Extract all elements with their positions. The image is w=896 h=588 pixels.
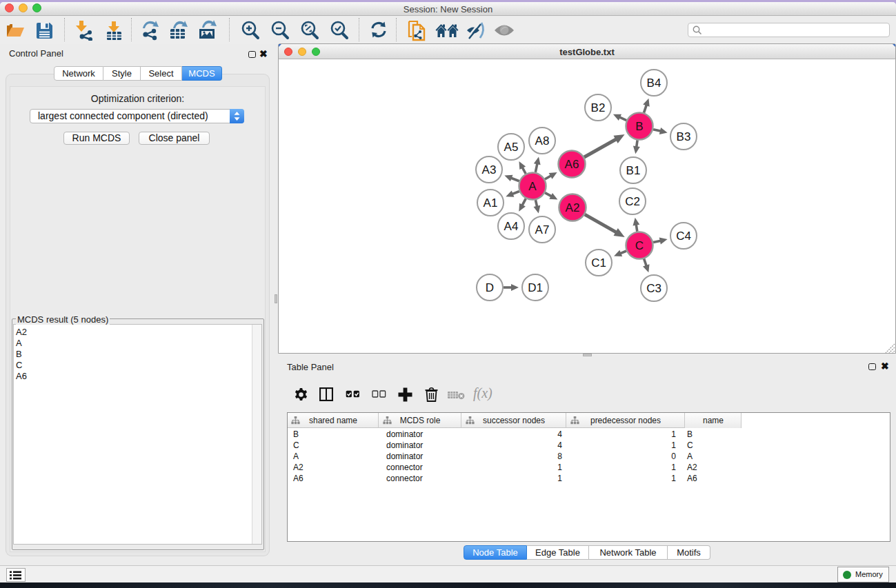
svg-text:A6: A6: [565, 158, 579, 171]
svg-text:A3: A3: [482, 163, 497, 176]
svg-text:A: A: [528, 180, 537, 193]
svg-text:C4: C4: [676, 230, 691, 243]
svg-text:A4: A4: [504, 220, 519, 233]
svg-text:B3: B3: [677, 130, 691, 143]
svg-text:C: C: [635, 239, 644, 252]
svg-text:B1: B1: [626, 164, 641, 177]
svg-text:A2: A2: [566, 201, 580, 214]
svg-text:B2: B2: [591, 101, 606, 114]
svg-text:A1: A1: [484, 196, 498, 210]
svg-text:D: D: [486, 281, 494, 294]
svg-text:B4: B4: [647, 77, 661, 90]
svg-text:A7: A7: [535, 223, 550, 236]
svg-text:A5: A5: [504, 141, 519, 154]
svg-text:A8: A8: [535, 134, 550, 148]
svg-text:C2: C2: [625, 195, 640, 208]
svg-text:C3: C3: [646, 282, 661, 295]
svg-text:B: B: [635, 120, 643, 133]
svg-text:D1: D1: [528, 281, 543, 294]
svg-text:C1: C1: [591, 256, 606, 270]
